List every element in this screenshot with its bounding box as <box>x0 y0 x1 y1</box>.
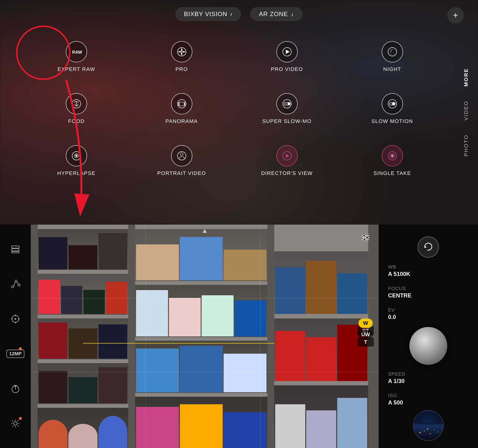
mode-item-hyperlapse[interactable]: HYPERLAPSE <box>24 135 129 187</box>
pro-video-label: PRO VIDEO <box>271 66 303 72</box>
directors-view-label: DIRECTOR'S VIEW <box>261 170 313 176</box>
panorama-icon <box>171 93 192 114</box>
svg-point-31 <box>11 286 13 288</box>
hyperlapse-label: HYPERLAPSE <box>57 170 96 176</box>
mode-grid: RAW EXPERT RAW PRO <box>24 31 445 187</box>
night-label: NIGHT <box>383 66 401 72</box>
adjust-button[interactable] <box>357 229 374 246</box>
mode-item-directors-view[interactable]: DIRECTOR'S VIEW <box>234 135 340 187</box>
focus-value: CENTRE <box>388 292 469 299</box>
mode-item-night[interactable]: NIGHT <box>340 31 445 83</box>
sidebar-tab-video[interactable]: VIDEO <box>459 94 473 127</box>
food-label: FOOD <box>68 118 85 124</box>
svg-point-13 <box>288 103 290 105</box>
ev-label: EV <box>388 307 469 313</box>
ev-value: 0.0 <box>388 314 469 320</box>
expert-raw-icon: RAW <box>66 41 87 62</box>
mode-item-food[interactable]: FOOD <box>24 83 129 135</box>
portrait-video-icon <box>171 145 192 166</box>
gallery-thumbnail[interactable] <box>413 410 444 441</box>
mode-item-single-take[interactable]: SINGLE TAKE <box>340 135 445 187</box>
hyperlapse-icon <box>66 145 87 166</box>
svg-marker-23 <box>286 154 289 158</box>
svg-point-4 <box>388 48 396 56</box>
bixby-chevron-icon: › <box>230 10 233 18</box>
portrait-video-label: PORTRAIT VIDEO <box>157 170 206 176</box>
cabinet-mid <box>135 225 267 448</box>
mode-item-expert-raw[interactable]: RAW EXPERT RAW <box>24 31 129 83</box>
ev-dial[interactable] <box>409 327 447 365</box>
bixby-vision-button[interactable]: BIXBY VISION › <box>175 7 241 21</box>
single-take-label: SINGLE TAKE <box>373 170 411 176</box>
svg-point-46 <box>363 234 365 236</box>
sidebar-tab-more[interactable]: MORE <box>459 61 473 94</box>
pro-video-icon <box>276 41 298 62</box>
speed-setting[interactable]: SPEED A 1/30 <box>383 367 473 389</box>
mode-item-slow-motion[interactable]: SLOW MOTION <box>340 83 445 135</box>
ar-zone-label: AR ZONE <box>259 10 288 18</box>
super-slow-mo-icon <box>276 93 298 114</box>
camera-mode-selector: BIXBY VISION › AR ZONE ↓ + RAW EXPERT RA… <box>0 0 478 225</box>
slow-motion-label: SLOW MOTION <box>371 118 413 124</box>
svg-point-21 <box>180 153 183 156</box>
mode-item-pro[interactable]: PRO <box>129 31 234 83</box>
wb-value: A 5100K <box>388 271 469 277</box>
ar-zone-button[interactable]: AR ZONE ↓ <box>250 7 303 21</box>
ev-setting[interactable]: EV 0.0 <box>383 303 473 325</box>
svg-point-19 <box>76 155 77 157</box>
wb-label: WB <box>388 264 469 270</box>
viewfinder[interactable]: ▲ ST T W UW <box>31 225 379 448</box>
single-take-icon <box>382 145 403 166</box>
iso-setting[interactable]: ISO A 500 <box>383 389 473 410</box>
top-bar: BIXBY VISION › AR ZONE ↓ <box>0 7 478 21</box>
svg-marker-3 <box>286 50 290 54</box>
svg-rect-30 <box>12 252 19 253</box>
sidebar-tab-photo[interactable]: PHOTO <box>459 127 473 164</box>
right-sidebar: MORE VIDEO PHOTO <box>454 0 478 225</box>
focus-line <box>83 343 275 344</box>
ar-zone-download-icon: ↓ <box>291 10 294 18</box>
svg-point-16 <box>392 103 395 105</box>
wb-setting[interactable]: WB A 5100K <box>383 260 473 282</box>
slow-motion-icon <box>382 93 403 114</box>
settings-dot-indicator <box>19 417 22 420</box>
lens-uw-button[interactable]: UW <box>358 330 373 339</box>
iso-value: A 500 <box>388 399 469 406</box>
night-icon <box>382 41 403 62</box>
lens-selector: W UW <box>358 319 373 339</box>
pro-icon <box>171 41 192 62</box>
svg-text:RAW: RAW <box>72 50 82 55</box>
viewfinder-up-arrow[interactable]: ▲ <box>201 227 208 234</box>
mode-item-super-slow-mo[interactable]: SUPER SLOW-MO <box>234 83 340 135</box>
directors-view-icon <box>276 145 298 166</box>
settings-button[interactable] <box>7 415 24 432</box>
mp-selector[interactable]: 12MP <box>7 345 24 362</box>
bixby-vision-label: BIXBY VISION <box>184 10 227 18</box>
speed-label: SPEED <box>388 371 469 377</box>
path-button[interactable] <box>7 276 24 292</box>
adjust-icon-wrapper <box>357 229 374 246</box>
layers-button[interactable] <box>7 241 24 258</box>
svg-point-42 <box>14 422 17 425</box>
svg-rect-28 <box>12 246 19 248</box>
left-toolbar: 12MP <box>0 225 31 448</box>
expert-raw-label: EXPERT RAW <box>57 66 95 72</box>
mp-badge: 12MP <box>6 350 24 358</box>
cabinet-right <box>274 225 368 448</box>
svg-rect-29 <box>12 249 19 251</box>
cabinet-left <box>38 225 128 448</box>
lens-w-button[interactable]: W <box>358 319 373 328</box>
panorama-label: PANORAMA <box>165 118 198 124</box>
mode-item-pro-video[interactable]: PRO VIDEO <box>234 31 340 83</box>
mode-item-panorama[interactable]: PANORAMA <box>129 83 234 135</box>
right-panel: WB A 5100K FOCUS CENTRE EV 0.0 SPEED A 1… <box>379 225 478 448</box>
svg-rect-8 <box>179 102 185 106</box>
timer-button[interactable] <box>7 380 24 397</box>
reset-button[interactable] <box>418 236 439 258</box>
svg-point-48 <box>364 239 366 241</box>
focus-label: FOCUS <box>388 286 469 291</box>
focus-setting[interactable]: FOCUS CENTRE <box>383 282 473 303</box>
mode-item-portrait-video[interactable]: PORTRAIT VIDEO <box>129 135 234 187</box>
focus-ring-button[interactable] <box>7 311 24 327</box>
svg-point-47 <box>366 236 368 239</box>
